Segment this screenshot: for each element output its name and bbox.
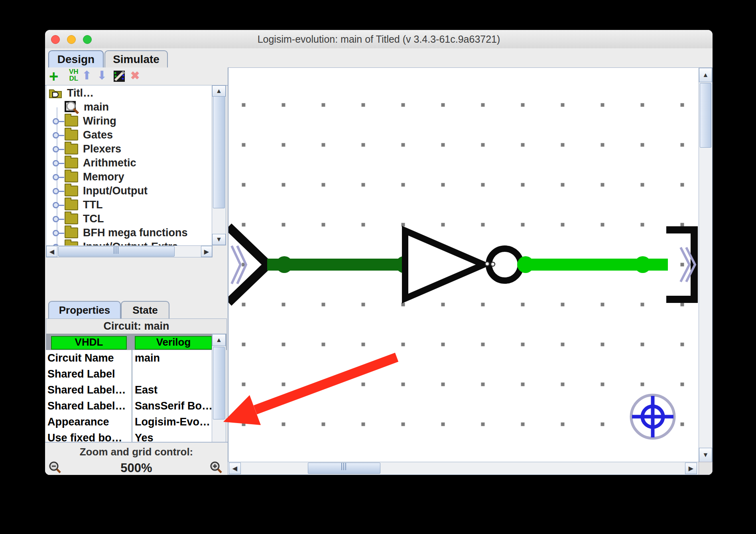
scroll-left-icon[interactable]: ◀ (46, 246, 57, 257)
expand-toggle-icon[interactable] (53, 216, 59, 222)
properties-header: Circuit: main (46, 318, 227, 334)
move-up-button[interactable]: ⬆ (82, 68, 92, 82)
expand-toggle-icon[interactable] (53, 230, 59, 236)
tree-item-tcl[interactable]: TCL (53, 212, 104, 226)
scroll-down-icon[interactable]: ▼ (212, 234, 226, 245)
folder-icon (65, 116, 78, 127)
tree-horizontal-scrollbar[interactable]: ◀ ▶ (46, 245, 213, 257)
tree-vertical-scrollbar[interactable]: ▲ ▼ (212, 85, 226, 245)
expand-toggle-icon[interactable] (53, 146, 59, 152)
tree-item-project[interactable]: Titl… (49, 86, 94, 100)
folder-icon (65, 227, 78, 238)
tree-item-ttl[interactable]: TTL (53, 198, 102, 212)
expand-toggle-icon[interactable] (53, 188, 59, 194)
tree-item-bfh[interactable]: BFH mega functions (53, 226, 188, 240)
tab-toolbar-row: Design Simulate A (45, 48, 713, 67)
verilog-button[interactable]: Verilog (135, 336, 212, 350)
tab-properties[interactable]: Properties (48, 301, 121, 319)
table-row[interactable]: Shared Label… SansSerif Bo… (46, 398, 226, 415)
table-row[interactable]: Circuit Name main (46, 350, 226, 367)
table-row[interactable]: Shared Label… East (46, 382, 226, 399)
chip-magnifier-icon (63, 99, 80, 115)
properties-table: Circuit Name main Shared Label Shared La… (45, 350, 228, 442)
canvas-horizontal-scrollbar[interactable]: ◀ ▶ (228, 462, 699, 475)
project-icon (49, 87, 63, 99)
table-row[interactable]: Use fixed bo… Yes (46, 430, 226, 442)
tab-state[interactable]: State (121, 301, 169, 319)
scrollbar-thumb[interactable] (213, 347, 225, 419)
folder-icon (65, 186, 78, 196)
zoom-grid-panel: Zoom and grid control: 500% Auto 100% (45, 442, 228, 475)
hdl-button-band: VHDL Verilog (46, 334, 227, 350)
move-down-button[interactable]: ⬇ (97, 68, 107, 82)
zoom-value: 500% (45, 461, 228, 475)
expand-toggle-icon[interactable] (53, 174, 59, 180)
expand-toggle-icon[interactable] (53, 132, 59, 138)
vhdl-button[interactable]: VHDL (51, 336, 127, 350)
title-bar[interactable]: Logisim-evolution: main of Titled (v 3.4… (45, 30, 713, 49)
zoom-target-icon[interactable] (631, 395, 674, 438)
scroll-left-icon[interactable]: ◀ (229, 463, 241, 474)
poke-dot (491, 262, 495, 266)
add-vhdl-button[interactable]: VH DL (69, 68, 79, 82)
folder-icon (65, 214, 78, 224)
poke-dot (485, 262, 489, 266)
scrollbar-thumb[interactable] (308, 463, 380, 474)
grip-icon (114, 247, 119, 254)
circuit-drawing (228, 68, 699, 462)
explorer-toolbar: + VH DL ⬆ ⬇ ✖ (45, 67, 228, 86)
left-panel: + VH DL ⬆ ⬇ ✖ (45, 67, 228, 475)
scroll-up-icon[interactable]: ▲ (212, 334, 226, 346)
circuit-canvas[interactable] (228, 67, 699, 462)
tree-item-arithmetic[interactable]: Arithmetic (53, 156, 136, 170)
expand-toggle-icon[interactable] (53, 202, 59, 208)
grip-icon (341, 463, 347, 470)
zoom-in-icon[interactable] (209, 461, 223, 475)
scrollbar-thumb[interactable] (58, 246, 175, 257)
zoom-grid-label: Zoom and grid control: (45, 446, 228, 458)
table-row[interactable]: Shared Label (46, 366, 226, 383)
edit-appearance-button[interactable] (113, 70, 126, 84)
tree-item-gates[interactable]: Gates (53, 128, 113, 142)
tree-item-plexers[interactable]: Plexers (53, 142, 121, 156)
tree-item-main[interactable]: main (63, 100, 109, 114)
wire-low[interactable] (267, 256, 412, 273)
tree-item-memory[interactable]: Memory (53, 170, 124, 184)
delete-button[interactable]: ✖ (130, 69, 140, 82)
edit-pencil-icon (113, 70, 126, 83)
folder-icon (65, 144, 78, 154)
screenshot-stage: Logisim-evolution: main of Titled (v 3.4… (0, 0, 756, 534)
scroll-down-icon[interactable]: ▼ (699, 448, 712, 462)
folder-icon (65, 130, 78, 140)
table-row[interactable]: Appearance Logisim-Evo… (46, 414, 226, 431)
scrollbar-thumb[interactable] (700, 83, 711, 148)
folder-icon (65, 200, 78, 210)
canvas-vertical-scrollbar[interactable]: ▲ ▼ (699, 67, 713, 463)
expand-toggle-icon[interactable] (53, 160, 59, 166)
scroll-up-icon[interactable]: ▲ (699, 68, 712, 82)
scroll-up-icon[interactable]: ▲ (212, 85, 226, 97)
tree-item-input-output[interactable]: Input/Output (53, 184, 148, 198)
scroll-right-icon[interactable]: ▶ (201, 246, 212, 257)
tab-design[interactable]: Design (48, 50, 104, 68)
add-circuit-button[interactable]: + (49, 67, 58, 85)
project-explorer-tree: Titl… main Wiring Gates (46, 85, 213, 247)
logisim-window: Logisim-evolution: main of Titled (v 3.4… (45, 30, 713, 475)
window-title: Logisim-evolution: main of Titled (v 3.4… (45, 30, 713, 48)
expand-toggle-icon[interactable] (53, 118, 59, 125)
scrollbar-corner (699, 462, 713, 475)
wire-high[interactable] (517, 256, 668, 273)
scroll-right-icon[interactable]: ▶ (685, 463, 697, 474)
scrollbar-thumb[interactable] (213, 96, 225, 208)
tree-item-wiring[interactable]: Wiring (53, 114, 116, 128)
tab-simulate[interactable]: Simulate (104, 50, 168, 68)
properties-scrollbar[interactable]: ▲ (212, 334, 226, 443)
folder-icon (65, 172, 78, 182)
folder-icon (65, 158, 78, 168)
